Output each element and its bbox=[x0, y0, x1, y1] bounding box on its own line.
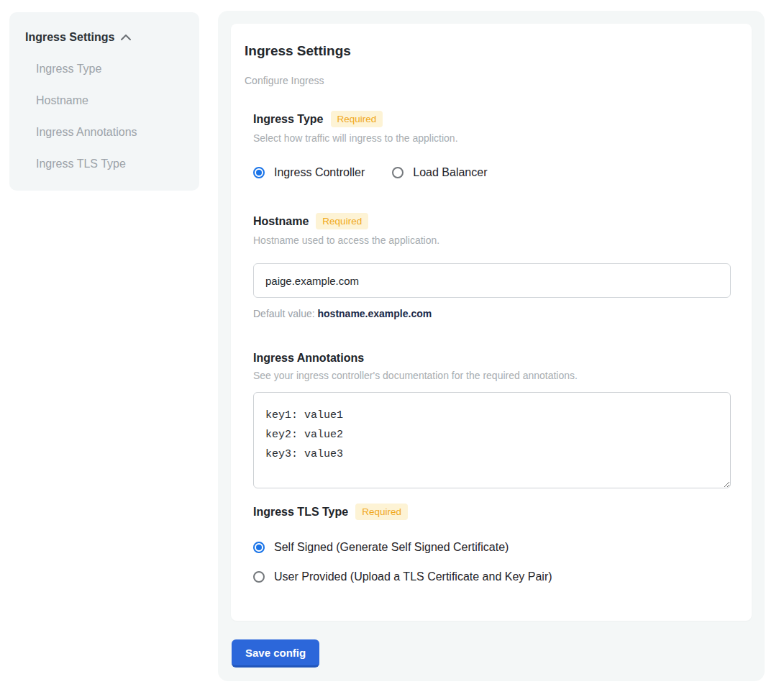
chevron-up-icon bbox=[120, 34, 132, 41]
sidebar-section-title: Ingress Settings bbox=[25, 31, 114, 44]
hostname-default-hint: Default value: hostname.example.com bbox=[253, 308, 730, 319]
sidebar-item-ingress-annotations[interactable]: Ingress Annotations bbox=[25, 126, 185, 139]
radio-button-icon[interactable] bbox=[253, 571, 265, 583]
radio-user-provided[interactable]: User Provided (Upload a TLS Certificate … bbox=[253, 570, 730, 583]
radio-load-balancer[interactable]: Load Balancer bbox=[392, 166, 487, 179]
hostname-description: Hostname used to access the application. bbox=[253, 234, 730, 246]
radio-label: Ingress Controller bbox=[274, 166, 365, 179]
section-hostname: Hostname Required Hostname used to acces… bbox=[253, 213, 730, 319]
radio-ingress-controller[interactable]: Ingress Controller bbox=[253, 166, 365, 179]
sidebar-item-ingress-tls-type[interactable]: Ingress TLS Type bbox=[25, 158, 185, 170]
ingress-type-radio-group: Ingress Controller Load Balancer bbox=[253, 166, 730, 179]
section-ingress-tls-type: Ingress TLS Type Required Self Signed (G… bbox=[253, 504, 730, 583]
sidebar-item-hostname[interactable]: Hostname bbox=[25, 94, 185, 107]
page-title: Ingress Settings bbox=[245, 43, 730, 59]
ingress-annotations-textarea[interactable]: key1: value1 key2: value2 key3: value3 bbox=[253, 392, 731, 488]
required-badge: Required bbox=[316, 213, 368, 229]
sidebar-section-toggle[interactable]: Ingress Settings bbox=[25, 31, 185, 44]
radio-label: User Provided (Upload a TLS Certificate … bbox=[274, 570, 552, 583]
sidebar-item-ingress-type[interactable]: Ingress Type bbox=[25, 63, 185, 76]
default-value-prefix: Default value: bbox=[253, 308, 318, 319]
hostname-label: Hostname bbox=[253, 215, 309, 228]
save-config-button[interactable]: Save config bbox=[232, 639, 319, 668]
settings-sidebar: Ingress Settings Ingress Type Hostname I… bbox=[9, 12, 199, 191]
hostname-input[interactable] bbox=[253, 263, 731, 298]
radio-button-icon[interactable] bbox=[392, 167, 404, 178]
main-panel: Ingress Settings Configure Ingress Ingre… bbox=[218, 11, 765, 681]
required-badge: Required bbox=[355, 504, 408, 520]
default-value-text: hostname.example.com bbox=[318, 308, 432, 319]
ingress-type-description: Select how traffic will ingress to the a… bbox=[253, 132, 730, 144]
radio-label: Load Balancer bbox=[413, 166, 487, 179]
radio-button-icon[interactable] bbox=[253, 167, 265, 178]
section-ingress-type: Ingress Type Required Select how traffic… bbox=[253, 111, 730, 179]
radio-self-signed[interactable]: Self Signed (Generate Self Signed Certif… bbox=[253, 541, 730, 554]
ingress-tls-type-label: Ingress TLS Type bbox=[253, 506, 348, 519]
required-badge: Required bbox=[331, 111, 383, 127]
ingress-annotations-description: See your ingress controller's documentat… bbox=[253, 370, 730, 381]
tls-type-radio-group: Self Signed (Generate Self Signed Certif… bbox=[253, 541, 730, 583]
sidebar-nav-list: Ingress Type Hostname Ingress Annotation… bbox=[25, 63, 185, 170]
ingress-settings-card: Ingress Settings Configure Ingress Ingre… bbox=[231, 24, 752, 621]
section-ingress-annotations: Ingress Annotations See your ingress con… bbox=[253, 352, 730, 488]
ingress-annotations-label: Ingress Annotations bbox=[253, 352, 364, 365]
radio-label: Self Signed (Generate Self Signed Certif… bbox=[274, 541, 509, 554]
radio-button-icon[interactable] bbox=[253, 542, 265, 553]
ingress-type-label: Ingress Type bbox=[253, 113, 324, 126]
page-subtitle: Configure Ingress bbox=[245, 75, 730, 86]
